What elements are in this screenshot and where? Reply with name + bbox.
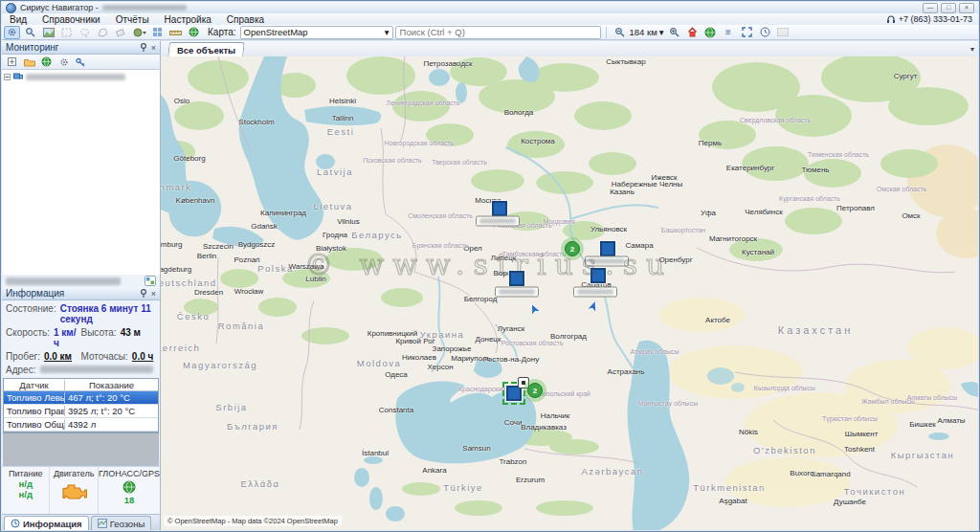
lasso-icon (79, 28, 90, 37)
expand-icon (8, 57, 16, 66)
select-lasso-tool-button[interactable] (77, 26, 93, 39)
object-tree[interactable] (2, 70, 160, 275)
tab-information-label: Информация (23, 519, 82, 529)
left-panel: Мониторинг × (2, 41, 161, 530)
close-icon[interactable]: × (151, 289, 156, 299)
track-chart-button[interactable] (40, 26, 56, 39)
monitoring-title: Мониторинг (6, 42, 58, 53)
minimize-button[interactable]: — (923, 3, 938, 13)
tab-information[interactable]: Информация (4, 516, 89, 530)
map-label: Смоленская область (408, 212, 473, 219)
menu-item-Отчёты[interactable]: Отчёты (108, 13, 157, 25)
map-label: Samarqand (811, 470, 850, 478)
select-rect-tool-button[interactable] (58, 26, 75, 39)
search-input[interactable] (395, 26, 601, 39)
menu-bar: ВидСправочникиОтчётыНастройкаСправка +7 … (2, 13, 978, 25)
erase-tool-button[interactable] (113, 26, 129, 39)
map-label: Калининград (260, 209, 306, 217)
vehicle-direction-marker[interactable] (528, 303, 541, 316)
navigation-mode-button[interactable] (4, 26, 20, 39)
map-label: Trabzon (499, 457, 526, 466)
vehicle-marker[interactable] (492, 201, 507, 216)
tab-geozones-label: Геозоны (110, 519, 145, 529)
map-label: Ульяновск (590, 225, 627, 233)
history-time-button[interactable] (757, 26, 773, 39)
menu-item-Вид[interactable]: Вид (2, 13, 34, 25)
support-phone-number: +7 (863) 333-01-73 (899, 14, 972, 24)
chevron-down-icon: ▾ (385, 27, 390, 37)
sensor-row[interactable]: Топливо Правый3925 л; t°: 20 °C (4, 405, 158, 418)
search-tool-button[interactable] (22, 26, 38, 39)
zoom-in-button[interactable] (666, 26, 682, 39)
show-on-map-button[interactable] (39, 56, 54, 68)
map-label: Нальчик (541, 411, 570, 420)
hours-value[interactable]: 0.0 ч (132, 351, 154, 362)
settings-button[interactable] (56, 56, 71, 68)
info-body: Состояние: Стоянка 6 минут 11 секунд Ско… (2, 300, 160, 377)
pin-icon[interactable] (140, 289, 147, 298)
tab-geozones[interactable]: Геозоны (91, 516, 152, 530)
expand-all-button[interactable] (5, 56, 19, 68)
show-on-map-icon[interactable] (145, 276, 156, 286)
power-status: Питание н/д н/д (2, 467, 50, 514)
map-scale-select[interactable]: 184 км ▾ (630, 27, 664, 37)
power-value-1: н/д (19, 479, 33, 489)
grid-view-button[interactable] (149, 26, 166, 39)
cluster-marker[interactable]: 2 (523, 379, 546, 402)
redacted-plate-text (499, 290, 535, 295)
menu-item-Справочники[interactable]: Справочники (34, 13, 108, 25)
status-row: Питание н/д н/д Двигатель ГЛОНАСС/GPS 18 (2, 466, 160, 514)
palette-icon (133, 28, 146, 37)
vehicle-name-plate[interactable] (476, 216, 520, 227)
fit-map-button[interactable] (739, 26, 755, 39)
pin-icon[interactable] (140, 43, 147, 52)
map-label: Мариуполь (451, 354, 491, 363)
close-button[interactable]: × (959, 3, 974, 13)
panel-filler (3, 432, 159, 466)
zoom-out-button[interactable] (612, 26, 628, 39)
filter-button[interactable] (74, 56, 88, 68)
tab-list-dropdown-icon[interactable]: ▾ (970, 45, 974, 54)
globe-view-button[interactable] (186, 26, 202, 39)
map-label: Астрахань (608, 367, 645, 376)
sensor-row[interactable]: Топливо Общее4392 л (4, 418, 158, 432)
map-tab-all-objects[interactable]: Все объекты (167, 42, 245, 56)
measure-button[interactable] (167, 26, 184, 39)
tree-item-vehicle[interactable] (4, 73, 158, 80)
vehicle-direction-marker[interactable] (588, 300, 600, 313)
map-label: Erzurum (516, 476, 545, 484)
color-fill-button[interactable] (131, 26, 147, 39)
groups-button[interactable] (22, 56, 36, 68)
vehicle-name-plate[interactable] (495, 287, 539, 298)
map-label: Lietuva (313, 201, 352, 211)
menu-item-Справка[interactable]: Справка (219, 13, 272, 25)
legend-button[interactable]: ≡ (721, 26, 737, 39)
globe-icon (704, 27, 716, 38)
sensor-row[interactable]: Топливо Левый467 л; t°: 20 °C (4, 391, 158, 405)
map-label: Türkiye (443, 482, 483, 493)
map-label: Алматы (937, 416, 965, 425)
maximize-button[interactable]: □ (941, 3, 956, 13)
map-label: Сочи (504, 418, 523, 427)
show-all-objects-button[interactable] (702, 26, 719, 39)
expander-icon[interactable] (4, 74, 11, 80)
vehicle-name-plate[interactable] (573, 287, 617, 298)
mileage-value[interactable]: 0.0 км (44, 351, 72, 362)
map-label: Мордовия (544, 218, 575, 225)
clock-icon (11, 519, 20, 528)
map-provider-select[interactable]: OpenStreetMap ▾ (240, 26, 393, 39)
menu-item-Настройка[interactable]: Настройка (157, 13, 219, 25)
map-canvas[interactable]: © www.sirius.su © OpenStreetMap - Map da… (161, 56, 978, 530)
close-icon[interactable]: × (151, 43, 156, 53)
map-label: Dresden (194, 288, 223, 297)
home-position-button[interactable] (684, 26, 701, 39)
map-label: Ленинградская область (387, 100, 460, 106)
map-label: Башкортостан (661, 227, 705, 233)
engine-label: Двигатель (54, 469, 94, 478)
map-label: Tallinn (332, 114, 354, 122)
edit-polygon-tool-button[interactable] (95, 26, 111, 39)
map-label: Атырау облысы (630, 348, 679, 355)
map-label: Одеса (385, 370, 408, 379)
map-label: Омск (902, 211, 920, 220)
altitude-value: 43 м (121, 327, 141, 338)
